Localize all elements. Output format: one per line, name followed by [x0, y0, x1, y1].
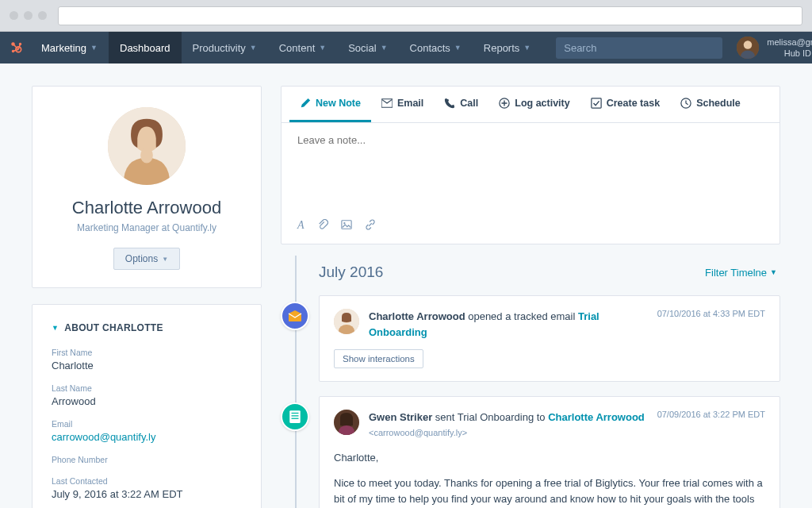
profile-avatar	[108, 107, 186, 185]
nav-item-productivity[interactable]: Productivity▼	[182, 32, 268, 64]
event-body: Charlotte, Nice to meet you today. Thank…	[334, 450, 765, 508]
event-time: 07/10/2016 at 4:33 PM EDT	[657, 309, 765, 318]
format-text-icon[interactable]: A	[297, 219, 304, 233]
user-avatar[interactable]	[737, 37, 759, 59]
event-object[interactable]: Charlotte Arrowood	[548, 411, 645, 423]
profile-subtitle: Marketing Manager at Quantify.ly	[48, 222, 245, 233]
options-button[interactable]: Options ▼	[113, 248, 180, 270]
chevron-down-icon: ▼	[770, 268, 777, 276]
svg-rect-17	[341, 221, 350, 229]
about-field-phone[interactable]: Phone Number	[52, 455, 242, 464]
about-field-firstname[interactable]: First Name Charlotte	[52, 348, 242, 371]
phone-icon	[444, 98, 455, 109]
plus-circle-icon	[499, 98, 510, 109]
about-header[interactable]: ▼ ABOUT CHARLOTTE	[52, 322, 242, 333]
svg-line-6	[13, 49, 19, 51]
traffic-lights	[10, 11, 47, 20]
nav-primary[interactable]: Marketing▼	[30, 32, 109, 64]
top-nav: Marketing▼ Dashboard Productivity▼ Conte…	[0, 32, 812, 64]
profile-card: Charlotte Arrowood Marketing Manager at …	[32, 86, 262, 288]
chevron-down-icon: ▼	[319, 44, 326, 52]
nav-item-dashboard[interactable]: Dashboard	[109, 32, 182, 64]
search-input[interactable]	[556, 37, 722, 59]
svg-rect-22	[289, 410, 301, 423]
event-verb: sent Trial Onboarding to	[435, 411, 546, 423]
attachment-icon[interactable]	[317, 219, 328, 233]
nav-search	[556, 37, 722, 59]
show-interactions-button[interactable]: Show interactions	[334, 349, 423, 368]
svg-point-18	[343, 222, 345, 224]
image-icon[interactable]	[341, 219, 352, 233]
clock-icon	[680, 98, 691, 109]
tab-schedule[interactable]: Schedule	[670, 87, 751, 122]
user-email: melissa@gmail.com	[767, 37, 812, 48]
chevron-down-icon: ▼	[250, 44, 257, 52]
browser-chrome	[0, 0, 812, 32]
event-recipient: <carrowood@quantify.ly>	[369, 426, 648, 440]
tab-log-activity[interactable]: Log activity	[488, 87, 580, 122]
timeline-item: Gwen Striker sent Trial Onboarding to Ch…	[319, 396, 780, 508]
event-actor: Gwen Striker	[369, 411, 432, 423]
nav-item-social[interactable]: Social▼	[337, 32, 398, 64]
brand-logo[interactable]	[10, 40, 24, 55]
about-heading: ABOUT CHARLOTTE	[64, 322, 163, 333]
event-avatar	[334, 410, 359, 435]
about-field-lastname[interactable]: Last Name Arrowood	[52, 383, 242, 407]
chevron-down-icon: ▼	[454, 44, 462, 52]
url-bar[interactable]	[58, 6, 802, 25]
svg-point-12	[140, 148, 153, 164]
svg-point-8	[744, 40, 753, 49]
tab-create-task[interactable]: Create task	[580, 87, 670, 122]
hub-id: Hub ID: 250707	[767, 48, 812, 59]
user-meta: melissa@gmail.com Hub ID: 250707	[767, 37, 812, 59]
event-actor: Charlotte Arrowood	[369, 310, 465, 322]
timeline-item: Charlotte Arrowood opened a tracked emai…	[319, 295, 780, 382]
nav-item-reports[interactable]: Reports▼	[473, 32, 542, 64]
chevron-down-icon: ▼	[523, 44, 530, 52]
timeline-filter[interactable]: Filter Timelne ▼	[705, 267, 777, 279]
options-label: Options	[125, 253, 158, 264]
nav-item-content[interactable]: Content▼	[268, 32, 337, 64]
svg-rect-15	[592, 98, 601, 108]
action-card: New Note Email Call Log activity Create …	[281, 86, 780, 244]
profile-name: Charlotte Arrowood	[48, 198, 245, 218]
event-time: 07/09/2016 at 3:22 PM EDT	[657, 410, 765, 419]
email-open-icon	[281, 302, 309, 330]
chevron-down-icon: ▼	[90, 44, 98, 52]
nav-primary-label: Marketing	[41, 42, 86, 54]
about-field-email[interactable]: Email carrowood@quantify.ly	[52, 419, 242, 443]
tab-call[interactable]: Call	[434, 87, 488, 122]
tab-email[interactable]: Email	[371, 87, 434, 122]
chevron-down-icon: ▼	[381, 44, 388, 52]
timeline-line	[295, 256, 297, 508]
pencil-icon	[300, 98, 311, 109]
action-tabs: New Note Email Call Log activity Create …	[282, 87, 779, 123]
tab-new-note[interactable]: New Note	[289, 87, 371, 122]
event-avatar	[334, 309, 359, 334]
document-icon	[281, 402, 309, 431]
checkbox-icon	[591, 98, 602, 109]
note-textarea[interactable]	[297, 134, 764, 206]
event-verb: opened a tracked email	[468, 310, 575, 322]
note-toolbar: A	[282, 219, 779, 244]
about-card: ▼ ABOUT CHARLOTTE First Name Charlotte L…	[32, 304, 262, 508]
envelope-icon	[381, 98, 393, 109]
nav-item-contacts[interactable]: Contacts▼	[399, 32, 473, 64]
svg-line-5	[18, 44, 20, 50]
chevron-down-icon: ▼	[162, 256, 168, 263]
link-icon[interactable]	[365, 219, 376, 233]
timeline: July 2016 Filter Timelne ▼	[281, 264, 780, 508]
timeline-month: July 2016	[319, 264, 383, 281]
chevron-down-icon: ▼	[52, 324, 59, 332]
about-field-lastcontacted[interactable]: Last Contacted July 9, 2016 at 3:22 AM E…	[52, 476, 242, 500]
